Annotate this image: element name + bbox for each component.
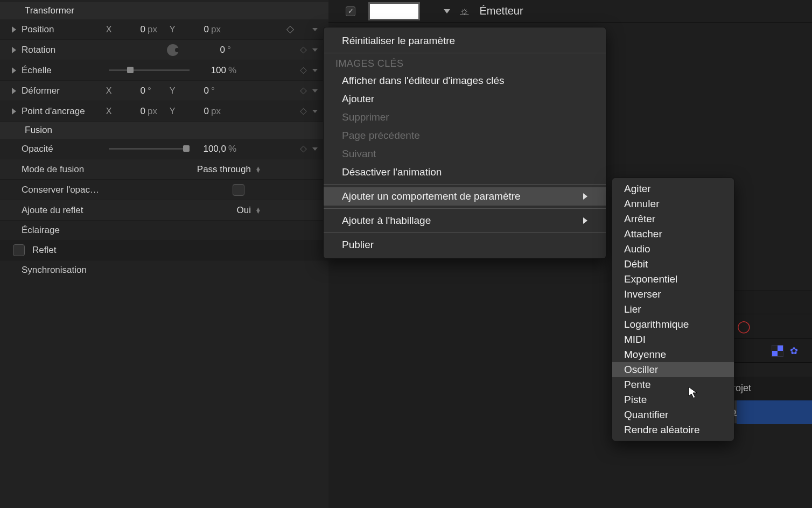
menu-next-keyframe: Suivant [324, 145, 606, 163]
anchor-shape-icon[interactable] [286, 25, 294, 33]
rotation-value[interactable]: 0 [195, 45, 227, 55]
keyframe-icon[interactable] [300, 108, 307, 115]
submenu-item-quantifier[interactable]: Quantifier [612, 407, 734, 422]
emitter-layer-row[interactable]: ✓ ☼ Émetteur [328, 0, 812, 23]
position-y-unit: px [211, 24, 229, 35]
keyframe-icon[interactable] [300, 87, 307, 94]
menu-reset[interactable]: Réinitialiser le paramètre [324, 32, 606, 50]
submenu-item-moyenne[interactable]: Moyenne [612, 347, 734, 362]
emitter-name[interactable]: Émetteur [480, 5, 523, 17]
submenu-item-inverser[interactable]: Inverser [612, 287, 734, 302]
axis-y: Y [166, 107, 179, 116]
menu-add-keyframe[interactable]: Ajouter [324, 90, 606, 108]
submenu-item-lier[interactable]: Lier [612, 302, 734, 317]
disclosure-icon[interactable] [12, 47, 16, 53]
submenu-item-exponentiel[interactable]: Exponentiel [612, 272, 734, 287]
keyframe-menu-icon[interactable] [312, 28, 318, 31]
keyframe-icon[interactable] [300, 67, 307, 74]
axis-x: X [102, 25, 115, 34]
keyframe-icon[interactable] [300, 145, 307, 152]
position-label: Position [22, 24, 102, 35]
position-x-value[interactable]: 0 [115, 24, 148, 35]
keyframe-menu-icon[interactable] [312, 110, 318, 113]
rotation-dial[interactable] [167, 44, 179, 56]
keyframe-icon[interactable] [300, 46, 307, 53]
opacity-label: Opacité [22, 144, 102, 154]
disclosure-down-icon[interactable] [444, 9, 450, 13]
submenu-item-osciller[interactable]: Osciller [612, 362, 734, 377]
shear-row[interactable]: Déformer X 0 ° Y 0 ° [0, 81, 328, 101]
submenu-item-débit[interactable]: Débit [612, 257, 734, 272]
preserve-opacity-checkbox[interactable] [233, 184, 244, 196]
submenu-item-annuler[interactable]: Annuler [612, 196, 734, 211]
axis-y: Y [166, 86, 179, 96]
gear-icon[interactable]: ✿ [790, 345, 798, 357]
layer-visibility-checkbox[interactable]: ✓ [346, 6, 355, 16]
anchor-x-value[interactable]: 0 [115, 106, 148, 117]
layer-thumbnail[interactable] [368, 2, 420, 20]
keyframe-menu-icon[interactable] [312, 89, 318, 93]
scale-label: Échelle [22, 65, 102, 76]
submenu-arrow-icon [583, 217, 587, 224]
shear-y-value[interactable]: 0 [179, 86, 211, 96]
disclosure-icon[interactable] [12, 67, 16, 74]
position-row[interactable]: Position X 0 px Y 0 px [0, 19, 328, 40]
reflection-row[interactable]: Reflet [0, 240, 328, 260]
keyframe-menu-icon[interactable] [312, 48, 318, 52]
dropshadow-label: Ajoute du reflet [22, 205, 129, 216]
keyframe-menu-icon[interactable] [312, 69, 318, 72]
anchor-y-value[interactable]: 0 [179, 106, 211, 117]
shear-y-unit: ° [211, 86, 229, 96]
keyframe-menu-icon[interactable] [312, 147, 318, 151]
checker-icon[interactable] [772, 345, 783, 357]
slider-thumb[interactable] [127, 67, 134, 73]
blendmode-value[interactable]: Pass through [197, 164, 251, 175]
parameter-context-menu: Réinitialiser le paramètre IMAGES CLÉS A… [323, 27, 606, 259]
axis-y: Y [166, 25, 179, 34]
opacity-slider[interactable]: ♥ [109, 148, 190, 150]
axis-x: X [102, 86, 115, 96]
submenu-item-midi[interactable]: MIDI [612, 332, 734, 347]
scale-slider[interactable] [109, 69, 190, 71]
timeline-clip[interactable] [737, 400, 812, 424]
menu-show-keyframe-editor[interactable]: Afficher dans l'éditeur d'images clés [324, 72, 606, 90]
dropshadow-value[interactable]: Oui [237, 205, 251, 216]
dropdown-arrows-icon[interactable]: ▲▼ [255, 208, 261, 213]
rotation-row[interactable]: Rotation 0 ° [0, 40, 328, 60]
submenu-item-attacher[interactable]: Attacher [612, 227, 734, 242]
scale-value[interactable]: 100 [196, 65, 228, 76]
menu-disable-animation[interactable]: Désactiver l'animation [324, 163, 606, 181]
shear-x-value[interactable]: 0 [115, 86, 148, 96]
disclosure-icon[interactable] [12, 26, 16, 33]
submenu-item-logarithmique[interactable]: Logarithmique [612, 317, 734, 332]
anchor-row[interactable]: Point d'ancrage X 0 px Y 0 px [0, 101, 328, 122]
opacity-value[interactable]: 100,0 [196, 144, 228, 154]
record-icon[interactable]: ◯ [737, 320, 751, 334]
scale-row[interactable]: Échelle 100 % [0, 60, 328, 81]
menu-add-to-rig[interactable]: Ajouter à l'habillage [324, 211, 606, 230]
disclosure-icon[interactable] [12, 88, 16, 94]
shear-label: Déformer [22, 86, 102, 96]
cursor-icon [688, 386, 698, 399]
position-y-value[interactable]: 0 [179, 24, 211, 35]
submenu-item-audio[interactable]: Audio [612, 242, 734, 257]
opacity-row[interactable]: Opacité ♥ 100,0 % [0, 139, 328, 159]
submenu-item-rendre-aléatoire[interactable]: Rendre aléatoire [612, 422, 734, 438]
dropshadow-row[interactable]: Ajoute du reflet Oui ▲▼ [0, 200, 328, 221]
rotation-unit: ° [227, 45, 246, 55]
menu-add-param-behavior[interactable]: Ajouter un comportement de paramètre [324, 187, 606, 206]
submenu-item-piste[interactable]: Piste [612, 392, 734, 407]
dropdown-arrows-icon[interactable]: ▲▼ [255, 167, 261, 172]
reflection-label: Reflet [32, 245, 113, 256]
blendmode-row[interactable]: Mode de fusion Pass through ▲▼ [0, 159, 328, 180]
transformer-header: Transformer [0, 2, 328, 19]
preserve-opacity-row[interactable]: Conserver l'opac… [0, 180, 328, 200]
menu-separator [324, 208, 606, 209]
blendmode-label: Mode de fusion [22, 164, 102, 175]
disclosure-icon[interactable] [12, 108, 16, 115]
submenu-item-pente[interactable]: Pente [612, 377, 734, 392]
menu-publish[interactable]: Publier [324, 236, 606, 254]
submenu-item-agiter[interactable]: Agiter [612, 181, 734, 196]
submenu-item-arrêter[interactable]: Arrêter [612, 211, 734, 227]
reflection-checkbox[interactable] [13, 244, 25, 256]
